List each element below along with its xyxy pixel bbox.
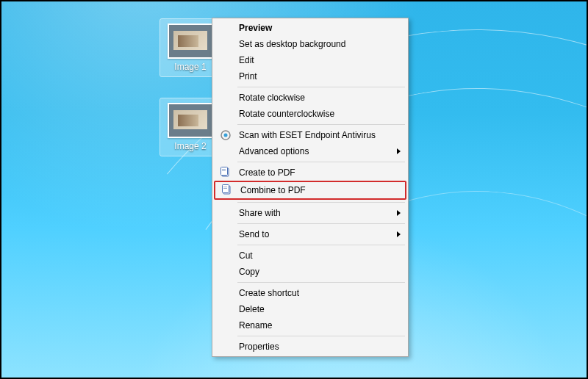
menu-separator bbox=[237, 162, 405, 162]
menu-share-with[interactable]: Share with bbox=[214, 205, 406, 221]
menu-label: Rotate clockwise bbox=[239, 93, 305, 103]
menu-label: Cut bbox=[239, 250, 253, 261]
menu-label: Edit bbox=[239, 55, 254, 65]
icon-label: Image 2 bbox=[162, 141, 219, 151]
menu-scan-eset[interactable]: Scan with ESET Endpoint Antivirus bbox=[214, 127, 406, 143]
menu-label: Copy bbox=[239, 267, 259, 277]
menu-label: Properties bbox=[239, 342, 279, 352]
menu-copy[interactable]: Copy bbox=[214, 264, 406, 280]
menu-label: Share with bbox=[239, 208, 281, 218]
image-thumbnail bbox=[168, 103, 213, 138]
menu-delete[interactable]: Delete bbox=[214, 301, 406, 317]
menu-combine-to-pdf[interactable]: Combine to PDF bbox=[214, 181, 406, 200]
menu-create-to-pdf[interactable]: Create to PDF bbox=[214, 165, 406, 181]
submenu-arrow-icon bbox=[397, 210, 401, 216]
menu-create-shortcut[interactable]: Create shortcut bbox=[214, 285, 406, 301]
menu-label: Rotate counterclockwise bbox=[239, 109, 334, 119]
menu-print[interactable]: Print bbox=[214, 68, 406, 84]
menu-label: Preview bbox=[239, 23, 272, 33]
menu-label: Create to PDF bbox=[239, 167, 295, 178]
menu-separator bbox=[237, 223, 405, 224]
menu-separator bbox=[237, 336, 405, 336]
svg-point-1 bbox=[224, 134, 228, 137]
context-menu: Preview Set as desktop background Edit P… bbox=[212, 18, 409, 357]
svg-rect-5 bbox=[222, 170, 226, 171]
svg-rect-9 bbox=[223, 188, 227, 189]
menu-set-desktop-background[interactable]: Set as desktop background bbox=[214, 36, 406, 52]
menu-separator bbox=[237, 87, 405, 87]
menu-separator bbox=[237, 124, 405, 125]
eset-icon bbox=[220, 129, 232, 141]
svg-rect-8 bbox=[223, 187, 227, 187]
menu-edit[interactable]: Edit bbox=[214, 52, 406, 68]
menu-rotate-clockwise[interactable]: Rotate clockwise bbox=[214, 90, 406, 106]
menu-separator bbox=[237, 245, 405, 245]
menu-label: Rename bbox=[239, 320, 272, 331]
menu-label: Send to bbox=[239, 229, 269, 239]
submenu-arrow-icon bbox=[397, 231, 401, 237]
menu-separator bbox=[237, 202, 405, 203]
menu-label: Print bbox=[239, 71, 257, 82]
submenu-arrow-icon bbox=[397, 148, 401, 154]
menu-label: Scan with ESET Endpoint Antivirus bbox=[239, 130, 376, 140]
image-thumbnail bbox=[168, 24, 213, 59]
menu-label: Combine to PDF bbox=[240, 185, 306, 195]
menu-rotate-counterclockwise[interactable]: Rotate counterclockwise bbox=[214, 106, 406, 122]
menu-label: Delete bbox=[239, 304, 265, 314]
menu-properties[interactable]: Properties bbox=[214, 339, 406, 355]
desktop[interactable]: Image 1 Image 2 Preview Set as desktop b… bbox=[0, 0, 588, 379]
pdf-icon bbox=[220, 167, 232, 178]
pdf-combine-icon bbox=[221, 184, 233, 196]
icon-label: Image 1 bbox=[162, 62, 219, 72]
menu-send-to[interactable]: Send to bbox=[214, 226, 406, 242]
menu-advanced-options[interactable]: Advanced options bbox=[214, 143, 406, 159]
menu-cut[interactable]: Cut bbox=[214, 248, 406, 264]
menu-separator bbox=[237, 282, 405, 283]
menu-label: Advanced options bbox=[239, 146, 309, 156]
menu-preview[interactable]: Preview bbox=[214, 20, 406, 36]
menu-label: Set as desktop background bbox=[239, 39, 345, 49]
menu-rename[interactable]: Rename bbox=[214, 317, 406, 333]
menu-label: Create shortcut bbox=[239, 288, 299, 298]
svg-rect-4 bbox=[222, 169, 226, 170]
